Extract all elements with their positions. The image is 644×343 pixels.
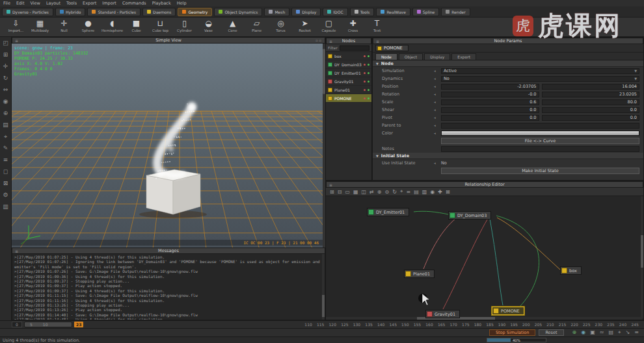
messages-scrollbar[interactable] xyxy=(322,254,325,320)
param-field-y[interactable]: 0.0 xyxy=(542,107,640,113)
menu-item[interactable]: Export xyxy=(83,1,96,6)
node-state-green-icon[interactable] xyxy=(368,89,369,91)
list-icon[interactable]: ≡ xyxy=(406,189,410,195)
category-tab[interactable]: Tools xyxy=(350,8,375,16)
zoom-out-icon[interactable]: ⊖ xyxy=(385,189,390,195)
category-tab[interactable]: Daemons xyxy=(142,8,176,16)
params-tab[interactable]: Display xyxy=(424,53,450,60)
param-field-y[interactable]: 80.0 xyxy=(542,99,640,105)
grid-tool-icon[interactable]: ▥ xyxy=(3,203,8,210)
shape-tool-button[interactable]: ■ Cube xyxy=(126,18,147,32)
graph-node[interactable]: Gravity01 xyxy=(425,310,460,318)
focus-icon[interactable]: ◉ xyxy=(430,189,435,195)
filter-input[interactable] xyxy=(340,45,369,51)
category-tab[interactable]: Render xyxy=(441,8,470,16)
category-tab[interactable]: Geometry xyxy=(178,8,212,16)
layers-tool-icon[interactable]: ▤ xyxy=(3,121,8,128)
zoom-in-icon[interactable]: ⊕ xyxy=(377,189,382,195)
stop-simulation-button[interactable]: Stop Simulation xyxy=(489,329,535,336)
remove-node-icon[interactable]: ⊟ xyxy=(338,189,342,195)
list-tool-icon[interactable]: ≡ xyxy=(3,157,8,163)
param-field-y[interactable]: 16.004 xyxy=(542,84,640,90)
globe-icon[interactable]: ◉ xyxy=(581,329,585,336)
node-state-red-icon[interactable] xyxy=(364,64,366,66)
relationship-hscrollbar[interactable] xyxy=(326,317,642,320)
params-tab[interactable]: Object xyxy=(399,53,423,60)
category-tab[interactable]: Object Dynamics xyxy=(214,8,262,16)
relationship-vscrollbar[interactable] xyxy=(641,196,643,318)
edit-tool-icon[interactable]: ✎ xyxy=(3,145,8,151)
node-list-item[interactable]: DY_Emitter01 xyxy=(326,69,371,77)
category-tab[interactable]: Standard - Particles xyxy=(87,8,141,16)
param-field-x[interactable]: 0.6 xyxy=(441,99,539,105)
move-tool-icon[interactable]: ✛ xyxy=(3,63,8,70)
param-dropdown[interactable]: Active ▼ xyxy=(441,68,639,74)
unlink-icon[interactable]: ⊠ xyxy=(446,189,450,195)
menu-icon[interactable]: ≡ xyxy=(634,329,639,336)
keyframe-arrow-icon[interactable]: ◂ xyxy=(434,161,438,165)
center-icon[interactable]: ⌖ xyxy=(400,188,403,195)
shape-tool-button[interactable]: ▱ Plane xyxy=(246,18,267,32)
node-list-item[interactable]: Plane01 xyxy=(326,86,371,94)
params-tab[interactable]: Node xyxy=(375,53,397,60)
param-field-x[interactable]: 0.0 xyxy=(441,115,539,121)
keyframe-arrow-icon[interactable]: ◂ xyxy=(434,108,438,112)
keyframe-arrow-icon[interactable]: ◂ xyxy=(434,123,438,127)
menu-item[interactable]: Playback xyxy=(152,1,171,6)
node-state-green-icon[interactable] xyxy=(368,55,369,57)
node-state-red-icon[interactable] xyxy=(364,72,366,74)
shape-tool-button[interactable]: ◎ Torus xyxy=(270,18,291,32)
section-initial-state[interactable]: ▼ Initial State xyxy=(373,153,643,159)
param-field-y[interactable]: 23.0205 xyxy=(542,92,640,97)
relationship-graph[interactable]: DY_Emitter01 DY_Domain03 Plane01 xyxy=(326,196,642,318)
panel-menu-icon[interactable]: ≡ xyxy=(15,249,18,253)
make-initial-state-button[interactable]: Make Initial State xyxy=(441,168,639,174)
timeline-slider[interactable]: 510 xyxy=(24,322,72,327)
shape-tool-button[interactable]: ◖ Hemisphere xyxy=(101,18,123,32)
menu-item[interactable]: Import xyxy=(102,1,116,6)
file-curve-button[interactable]: File <-> Curve xyxy=(441,138,639,144)
panel-menu-icon[interactable]: ≡ xyxy=(329,183,332,187)
shape-tool-button[interactable]: ➤ Rocket xyxy=(294,18,315,32)
shape-tool-button[interactable]: ▲ Cone xyxy=(222,18,243,32)
node-state-red-icon[interactable] xyxy=(364,81,366,83)
node-state-green-icon[interactable] xyxy=(368,81,369,83)
keyframe-arrow-icon[interactable]: ◂ xyxy=(434,77,438,81)
graph-node[interactable]: box xyxy=(560,266,582,275)
columns-icon[interactable]: ▥ xyxy=(422,189,427,195)
selected-node-box[interactable]: POMONE xyxy=(375,45,409,51)
param-dropdown[interactable]: No ▼ xyxy=(441,76,639,82)
node-state-green-icon[interactable] xyxy=(368,97,369,99)
wave-icon[interactable]: ≈ xyxy=(600,329,604,336)
shape-tool-button[interactable]: ✚ Cross xyxy=(342,18,364,32)
rotate-tool-icon[interactable]: ↻ xyxy=(3,75,8,81)
messages-log[interactable]: >[27/May/2019 01:07:25] - Using 4 thread… xyxy=(12,253,325,320)
node-state-red-icon[interactable] xyxy=(364,55,366,57)
notes-field[interactable] xyxy=(441,146,639,152)
expand-icon[interactable]: ↘ xyxy=(626,329,630,336)
param-field-x[interactable]: -0.0 xyxy=(441,92,539,97)
param-field-y[interactable]: 0.0 xyxy=(542,115,640,121)
node-state-red-icon[interactable] xyxy=(364,89,366,91)
menu-item[interactable]: Tools xyxy=(66,1,77,6)
node-list-item[interactable]: Gravity01 xyxy=(326,77,371,86)
node-state-green-icon[interactable] xyxy=(368,64,369,66)
menu-item[interactable]: File xyxy=(3,1,10,6)
shape-tool-button[interactable]: ✛ Null xyxy=(53,18,75,32)
panel-buttons-icon[interactable]: ▫▫ xyxy=(315,38,323,42)
color-swatch-bar[interactable] xyxy=(441,131,639,136)
keyframe-arrow-icon[interactable]: ◂ xyxy=(434,69,438,73)
target-tool-icon[interactable]: ⌖ xyxy=(4,133,7,140)
panel-menu-icon[interactable]: ≡ xyxy=(15,38,18,43)
menu-item[interactable]: Help xyxy=(177,1,187,6)
shape-tool-button[interactable]: ⇩ Import... xyxy=(5,18,27,32)
timeline-start-field[interactable]: 0 xyxy=(12,322,22,327)
node-state-red-icon[interactable] xyxy=(364,97,366,99)
menu-item[interactable]: Layout xyxy=(46,1,60,6)
category-tab[interactable]: Mesh xyxy=(264,8,289,16)
shape-tool-button[interactable]: ◒ Vase xyxy=(198,18,219,32)
viewport-3d-scene[interactable]: scene: gnow | frame: 23DY_Domain03 parti… xyxy=(12,44,325,248)
panel-menu-icon[interactable]: ≡ xyxy=(329,39,332,44)
param-field-x[interactable]: -2.03705 xyxy=(441,84,539,90)
parent-to-field[interactable] xyxy=(441,123,639,129)
